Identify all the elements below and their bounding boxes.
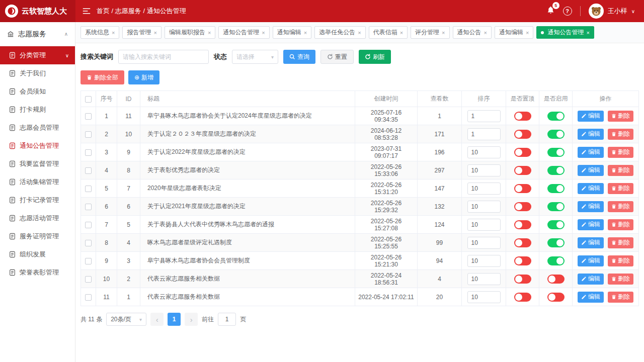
enable-toggle[interactable] xyxy=(547,166,565,175)
tab-chip[interactable]: 报告管理 × xyxy=(122,26,161,39)
keyword-input[interactable] xyxy=(118,50,209,64)
sidebar-section-volunteer-service[interactable]: 志愿服务 ∧ xyxy=(0,22,75,46)
close-icon[interactable]: × xyxy=(262,30,265,36)
delete-button[interactable]: 删除 xyxy=(608,201,633,212)
pin-toggle[interactable] xyxy=(514,220,531,229)
delete-button[interactable]: 删除 xyxy=(608,255,633,266)
notification-bell[interactable]: 5 xyxy=(546,6,555,17)
enable-toggle[interactable] xyxy=(547,220,565,229)
close-icon[interactable]: × xyxy=(586,30,589,36)
close-icon[interactable]: × xyxy=(400,30,403,36)
sidebar-item[interactable]: 我要监督管理 ∨ xyxy=(0,155,75,173)
sort-input[interactable] xyxy=(467,201,501,213)
row-checkbox[interactable] xyxy=(85,294,92,301)
delete-button[interactable]: 删除 xyxy=(608,219,633,230)
status-select[interactable]: 请选择 ▾ xyxy=(232,50,278,64)
menu-icon[interactable] xyxy=(83,8,91,15)
close-icon[interactable]: × xyxy=(358,30,361,36)
row-checkbox[interactable] xyxy=(85,149,92,156)
tab-chip[interactable]: 选举任免公告 × xyxy=(314,26,365,39)
pin-toggle[interactable] xyxy=(514,166,531,175)
sort-input[interactable] xyxy=(467,273,501,285)
row-checkbox[interactable] xyxy=(85,186,92,192)
tab-chip[interactable]: 评分管理 × xyxy=(411,26,449,39)
close-icon[interactable]: × xyxy=(304,30,307,36)
user-menu[interactable]: 王小样 ∨ xyxy=(589,4,635,19)
edit-button[interactable]: 编辑 xyxy=(578,274,604,285)
current-page-button[interactable]: 1 xyxy=(168,313,181,326)
enable-toggle[interactable] xyxy=(547,184,565,193)
row-checkbox[interactable] xyxy=(85,276,92,283)
pin-toggle[interactable] xyxy=(514,148,531,157)
sidebar-item[interactable]: 打卡记录管理 ∨ xyxy=(0,191,75,209)
pin-toggle[interactable] xyxy=(514,184,531,193)
edit-button[interactable]: 编辑 xyxy=(578,165,604,176)
enable-toggle[interactable] xyxy=(547,112,565,121)
edit-button[interactable]: 编辑 xyxy=(578,129,604,140)
enable-toggle[interactable] xyxy=(547,238,565,247)
sort-input[interactable] xyxy=(467,110,501,122)
edit-button[interactable]: 编辑 xyxy=(578,255,604,266)
pin-toggle[interactable] xyxy=(514,275,531,284)
sidebar-item[interactable]: 关于我们 ∨ xyxy=(0,64,75,82)
row-checkbox[interactable] xyxy=(85,204,92,210)
tab-chip[interactable]: 通知编辑 × xyxy=(495,26,533,39)
sidebar-item[interactable]: 志愿活动管理 ∨ xyxy=(0,209,75,227)
delete-button[interactable]: 删除 xyxy=(608,292,633,303)
sidebar-item[interactable]: 分类管理 ∨ xyxy=(0,46,75,64)
delete-button[interactable]: 删除 xyxy=(608,111,633,122)
enable-toggle[interactable] xyxy=(547,202,565,211)
tab-chip[interactable]: 通知公告管理 × xyxy=(536,26,594,39)
edit-button[interactable]: 编辑 xyxy=(578,292,604,303)
close-icon[interactable]: × xyxy=(112,30,115,36)
pin-toggle[interactable] xyxy=(514,112,531,121)
enable-toggle[interactable] xyxy=(547,148,565,157)
sort-input[interactable] xyxy=(467,164,501,176)
sort-input[interactable] xyxy=(467,146,501,158)
tab-chip[interactable]: 编辑履职报告 × xyxy=(165,26,215,39)
sort-input[interactable] xyxy=(467,183,501,195)
delete-button[interactable]: 删除 xyxy=(608,274,633,285)
close-icon[interactable]: × xyxy=(208,30,211,36)
goto-page-input[interactable] xyxy=(218,313,236,326)
edit-button[interactable]: 编辑 xyxy=(578,237,604,248)
close-icon[interactable]: × xyxy=(153,30,156,36)
delete-button[interactable]: 删除 xyxy=(608,129,633,140)
pin-toggle[interactable] xyxy=(514,238,531,247)
pin-toggle[interactable] xyxy=(514,202,531,211)
tab-chip[interactable]: 代表信箱 × xyxy=(369,26,408,39)
sort-input[interactable] xyxy=(467,237,501,249)
close-icon[interactable]: × xyxy=(442,30,445,36)
edit-button[interactable]: 编辑 xyxy=(578,147,604,158)
enable-toggle[interactable] xyxy=(547,293,565,302)
close-icon[interactable]: × xyxy=(526,30,529,36)
delete-all-button[interactable]: 删除全部 xyxy=(80,70,124,84)
refresh-button[interactable]: 刷新 xyxy=(359,50,391,64)
row-checkbox[interactable] xyxy=(85,167,92,174)
select-all-checkbox[interactable] xyxy=(85,96,92,103)
search-button[interactable]: 查询 xyxy=(283,50,315,64)
row-checkbox[interactable] xyxy=(85,131,92,138)
pin-toggle[interactable] xyxy=(514,130,531,139)
reset-button[interactable]: 重置 xyxy=(320,50,354,64)
sidebar-item[interactable]: 组织发展 ∨ xyxy=(0,245,75,263)
enable-toggle[interactable] xyxy=(547,256,565,265)
tab-chip[interactable]: 通知公告 × xyxy=(453,26,492,39)
sort-input[interactable] xyxy=(467,128,501,140)
edit-button[interactable]: 编辑 xyxy=(578,111,604,122)
enable-toggle[interactable] xyxy=(547,275,565,284)
row-checkbox[interactable] xyxy=(85,222,92,228)
tab-chip[interactable]: 通知编辑 × xyxy=(273,26,311,39)
breadcrumb[interactable]: 首页 / 志愿服务 / 通知公告管理 xyxy=(97,7,186,16)
edit-button[interactable]: 编辑 xyxy=(578,201,604,212)
edit-button[interactable]: 编辑 xyxy=(578,183,604,194)
sidebar-item[interactable]: 会员须知 ∨ xyxy=(0,82,75,101)
delete-button[interactable]: 删除 xyxy=(608,147,633,158)
row-checkbox[interactable] xyxy=(85,258,92,264)
delete-button[interactable]: 删除 xyxy=(608,183,633,194)
enable-toggle[interactable] xyxy=(547,130,565,139)
add-button[interactable]: ⊕ 新增 xyxy=(128,70,159,84)
sidebar-item[interactable]: 活动集锦管理 ∨ xyxy=(0,173,75,191)
next-page-button[interactable]: › xyxy=(185,313,198,326)
sort-input[interactable] xyxy=(467,219,501,231)
